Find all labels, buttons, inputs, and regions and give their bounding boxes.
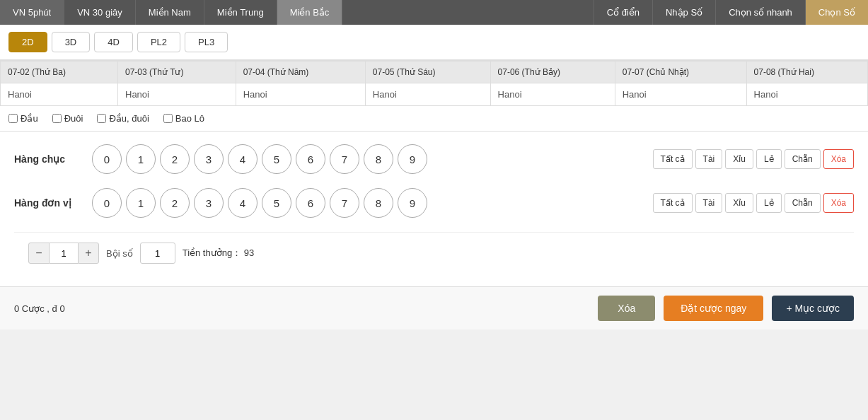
right-tabs: Cổ điển Nhập Số Chọn số nhanh Chọn Số	[594, 0, 868, 25]
hang-chuc-digit-8[interactable]: 8	[364, 144, 393, 174]
checkbox-duoi[interactable]: Đuôi	[52, 113, 83, 124]
subtab-3d[interactable]: 3D	[52, 32, 91, 52]
top-nav: VN 5phút VN 30 giây Miền Nam Miền Trung …	[0, 0, 868, 25]
tab-chonso[interactable]: Chọn Số	[805, 0, 868, 25]
cuoc-label: Cược , đ	[22, 303, 60, 314]
tab-vn30g[interactable]: VN 30 giây	[64, 0, 136, 25]
checkbox-bao-lo-input[interactable]	[163, 114, 173, 123]
hang-don-vi-chan[interactable]: Chẵn	[785, 193, 821, 213]
app-wrapper: VN 5phút VN 30 giây Miền Nam Miền Trung …	[0, 0, 868, 329]
date-cell-1[interactable]: Hanoi	[118, 83, 236, 106]
hang-chuc-actions: Tất cả Tài Xỉu Lẻ Chẵn Xóa	[653, 149, 854, 169]
checkbox-dau-duoi-label: Đầu, đuôi	[109, 113, 149, 124]
hang-chuc-xiu[interactable]: Xỉu	[725, 149, 753, 169]
tab-miennam[interactable]: Miền Nam	[136, 0, 204, 25]
cuoc-info: 0 Cược , đ 0	[14, 303, 65, 314]
tab-codien[interactable]: Cổ điển	[594, 0, 652, 25]
hang-chuc-tat-ca[interactable]: Tất cả	[653, 149, 693, 169]
tien-thuong-value: 93	[244, 247, 254, 258]
bottom-controls: − + Bội số Tiền thưởng： 93	[14, 232, 854, 274]
checkbox-duoi-input[interactable]	[52, 114, 62, 123]
date-cell-4[interactable]: Hanoi	[490, 83, 615, 106]
tab-vn5p[interactable]: VN 5phút	[0, 0, 64, 25]
sub-nav: 2D 3D 4D PL2 PL3	[0, 25, 868, 60]
hang-chuc-digit-3[interactable]: 3	[194, 144, 224, 174]
hang-chuc-chan[interactable]: Chẵn	[785, 149, 821, 169]
hang-don-vi-actions: Tất cả Tài Xỉu Lẻ Chẵn Xóa	[653, 193, 854, 213]
date-cell-6[interactable]: Hanoi	[746, 83, 867, 106]
muc-cuoc-button[interactable]: + Mục cược	[772, 296, 854, 321]
hang-don-vi-label: Hàng đơn vị	[14, 197, 92, 209]
cuoc-count: 0	[14, 303, 19, 314]
stepper-increment[interactable]: +	[78, 243, 99, 264]
tien-thuong-text: Tiền thưởng： 93	[183, 247, 255, 259]
boi-so-label: Bội số	[106, 248, 133, 259]
tab-chonsanhanh[interactable]: Chọn số nhanh	[715, 0, 805, 25]
date-header-3: 07-05 (Thứ Sáu)	[365, 62, 490, 83]
subtab-4d[interactable]: 4D	[94, 32, 133, 52]
hang-don-vi-digit-8[interactable]: 8	[364, 188, 393, 218]
date-cell-3[interactable]: Hanoi	[365, 83, 490, 106]
hang-chuc-digit-6[interactable]: 6	[296, 144, 325, 174]
date-header-5: 07-07 (Chủ Nhật)	[615, 62, 746, 83]
hang-don-vi-digit-6[interactable]: 6	[296, 188, 325, 218]
hang-don-vi-digit-7[interactable]: 7	[330, 188, 359, 218]
date-cell-2[interactable]: Hanoi	[236, 83, 365, 106]
hang-don-vi-xiu[interactable]: Xỉu	[725, 193, 753, 213]
hang-don-vi-digit-9[interactable]: 9	[398, 188, 427, 218]
hang-don-vi-digit-5[interactable]: 5	[262, 188, 291, 218]
hang-chuc-digit-0[interactable]: 0	[92, 144, 122, 174]
hang-chuc-circles: 0 1 2 3 4 5 6 7 8 9	[92, 144, 639, 174]
hang-don-vi-circles: 0 1 2 3 4 5 6 7 8 9	[92, 188, 639, 218]
hang-don-vi-digit-3[interactable]: 3	[194, 188, 224, 218]
hang-chuc-digit-2[interactable]: 2	[160, 144, 190, 174]
checkbox-bao-lo[interactable]: Bao Lô	[163, 113, 204, 124]
date-header-6: 07-08 (Thứ Hai)	[746, 62, 867, 83]
date-header-0: 07-02 (Thứ Ba)	[1, 62, 118, 83]
hang-chuc-xoa[interactable]: Xóa	[823, 149, 854, 169]
boi-so-input[interactable]	[140, 243, 175, 264]
hang-don-vi-tai[interactable]: Tài	[695, 193, 723, 213]
hang-don-vi-digit-0[interactable]: 0	[92, 188, 122, 218]
checkbox-bao-lo-label: Bao Lô	[175, 113, 204, 124]
dat-cuoc-button[interactable]: Đặt cược ngay	[664, 296, 763, 321]
checkbox-dau[interactable]: Đầu	[8, 113, 38, 124]
tab-mientrung[interactable]: Miền Trung	[204, 0, 277, 25]
checkbox-dau-input[interactable]	[8, 114, 18, 123]
hang-don-vi-digit-2[interactable]: 2	[160, 188, 190, 218]
footer-bar: 0 Cược , đ 0 Xóa Đặt cược ngay + Mục cượ…	[0, 286, 868, 329]
date-header-2: 07-04 (Thứ Năm)	[236, 62, 365, 83]
checkbox-dau-duoi-input[interactable]	[97, 114, 106, 123]
xoa-button[interactable]: Xóa	[598, 296, 655, 321]
subtab-2d[interactable]: 2D	[8, 32, 47, 52]
tab-nhapso[interactable]: Nhập Số	[652, 0, 715, 25]
hang-don-vi-le[interactable]: Lẻ	[756, 193, 782, 213]
hang-chuc-digit-7[interactable]: 7	[330, 144, 359, 174]
date-table-wrap: 07-02 (Thứ Ba) 07-03 (Thứ Tư) 07-04 (Thứ…	[0, 60, 868, 106]
checkbox-dau-label: Đầu	[21, 113, 38, 124]
subtab-pl3[interactable]: PL3	[185, 32, 228, 52]
stepper-decrement[interactable]: −	[28, 243, 50, 264]
stepper: − +	[28, 243, 99, 264]
date-cell-5[interactable]: Hanoi	[615, 83, 746, 106]
hang-chuc-digit-1[interactable]: 1	[126, 144, 156, 174]
hang-don-vi-xoa[interactable]: Xóa	[823, 193, 854, 213]
hang-don-vi-digit-1[interactable]: 1	[126, 188, 156, 218]
hang-chuc-le[interactable]: Lẻ	[756, 149, 782, 169]
subtab-pl2[interactable]: PL2	[137, 32, 180, 52]
checkbox-row: Đầu Đuôi Đầu, đuôi Bao Lô	[0, 106, 868, 132]
tab-mienbac[interactable]: Miền Bắc	[277, 0, 343, 25]
date-table: 07-02 (Thứ Ba) 07-03 (Thứ Tư) 07-04 (Thứ…	[0, 61, 868, 106]
hang-don-vi-digit-4[interactable]: 4	[228, 188, 257, 218]
hang-chuc-digit-5[interactable]: 5	[262, 144, 291, 174]
hang-chuc-row: Hàng chục 0 1 2 3 4 5 6 7 8 9 Tất cả Tài…	[14, 144, 854, 174]
checkbox-dau-duoi[interactable]: Đầu, đuôi	[97, 113, 149, 124]
hang-chuc-digit-9[interactable]: 9	[398, 144, 427, 174]
stepper-input[interactable]	[50, 243, 78, 264]
hang-don-vi-tat-ca[interactable]: Tất cả	[653, 193, 693, 213]
hang-chuc-digit-4[interactable]: 4	[228, 144, 257, 174]
dong-value: 0	[59, 303, 64, 314]
hang-chuc-tai[interactable]: Tài	[695, 149, 723, 169]
hang-chuc-label: Hàng chục	[14, 153, 92, 165]
date-cell-0[interactable]: Hanoi	[1, 83, 118, 106]
